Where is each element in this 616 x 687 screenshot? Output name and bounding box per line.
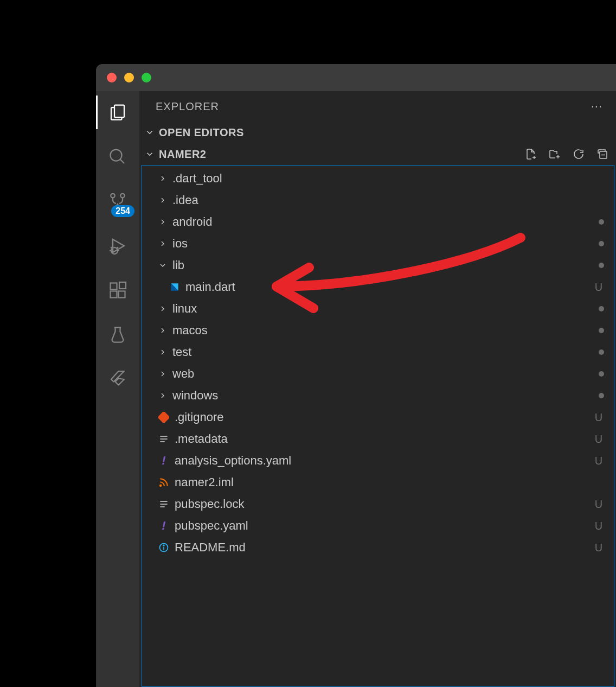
info-file-icon: [157, 542, 170, 553]
tree-item-ios[interactable]: ios: [142, 233, 614, 255]
git-status-badge: U: [593, 542, 604, 554]
tree-item--metadata[interactable]: .metadataU: [142, 428, 614, 450]
tree-item-label: test: [172, 345, 594, 359]
explorer-header: EXPLORER ···: [139, 91, 616, 122]
folder-actions: [524, 148, 609, 161]
extensions-activity-icon[interactable]: [106, 279, 129, 302]
feed-file-icon: [157, 477, 170, 488]
chevron-right-icon: [157, 370, 168, 378]
svg-point-3: [111, 194, 115, 198]
new-file-icon[interactable]: [524, 148, 537, 161]
search-activity-icon[interactable]: [106, 145, 129, 168]
git-modified-dot: [599, 393, 604, 398]
tree-item-windows[interactable]: windows: [142, 385, 614, 406]
tree-item-label: namer2.iml: [175, 475, 604, 489]
explorer-activity-icon[interactable]: [106, 101, 129, 124]
lines-file-icon: [157, 499, 170, 510]
explorer-more-icon[interactable]: ···: [587, 97, 607, 116]
tree-item-label: android: [172, 215, 594, 229]
chevron-right-icon: [157, 326, 168, 335]
svg-point-33: [163, 545, 164, 546]
chevron-right-icon: [157, 391, 168, 400]
svg-line-2: [120, 160, 125, 164]
chevron-right-icon: [157, 304, 168, 313]
refresh-icon[interactable]: [572, 148, 585, 161]
tree-item-linux[interactable]: linux: [142, 298, 614, 320]
tree-item-namer2-iml[interactable]: namer2.iml: [142, 472, 614, 493]
tree-item-label: web: [172, 367, 594, 381]
git-modified-dot: [599, 306, 604, 311]
explorer-title: EXPLORER: [156, 100, 219, 113]
svg-rect-23: [158, 412, 169, 423]
new-folder-icon[interactable]: [548, 148, 561, 161]
tree-item-label: lib: [172, 258, 594, 272]
svg-rect-15: [119, 282, 126, 289]
tree-item-readme-md[interactable]: README.mdU: [142, 537, 614, 558]
collapse-all-icon[interactable]: [596, 148, 609, 161]
svg-point-1: [111, 150, 122, 161]
lines-file-icon: [157, 434, 170, 444]
chevron-down-icon: [144, 128, 156, 137]
folder-label: NAMER2: [159, 148, 206, 161]
run-debug-activity-icon[interactable]: [106, 234, 129, 257]
svg-line-10: [111, 247, 112, 248]
tree-item-pubspec-yaml[interactable]: !pubspec.yamlU: [142, 515, 614, 537]
chevron-right-icon: [157, 196, 168, 205]
tree-item-macos[interactable]: macos: [142, 320, 614, 341]
open-editors-label: OPEN EDITORS: [159, 126, 244, 139]
tree-item-analysis-options-yaml[interactable]: !analysis_options.yamlU: [142, 450, 614, 472]
testing-activity-icon[interactable]: [106, 323, 129, 346]
tree-item-label: pubspec.lock: [175, 497, 589, 511]
chevron-right-icon: [157, 174, 168, 183]
chevron-right-icon: [157, 218, 168, 226]
tree-item-test[interactable]: test: [142, 341, 614, 363]
tree-item-label: .metadata: [175, 432, 589, 446]
tree-item-label: analysis_options.yaml: [175, 454, 589, 468]
tree-item--dart-tool[interactable]: .dart_tool: [142, 168, 614, 189]
explorer-sidebar: EXPLORER ··· OPEN EDITORS NAMER2: [139, 91, 616, 687]
window-minimize-button[interactable]: [124, 73, 134, 82]
tree-item-main-dart[interactable]: main.dartU: [142, 276, 614, 298]
yaml-file-icon: !: [157, 519, 170, 533]
tree-item-label: .dart_tool: [172, 171, 604, 186]
svg-point-27: [160, 485, 162, 487]
tree-item-android[interactable]: android: [142, 211, 614, 233]
svg-rect-0: [114, 105, 124, 118]
tree-item-label: main.dart: [185, 280, 589, 294]
source-control-activity-icon[interactable]: 254: [106, 190, 129, 213]
svg-line-11: [117, 247, 118, 248]
git-status-badge: U: [593, 498, 604, 511]
window-close-button[interactable]: [107, 73, 117, 82]
git-modified-dot: [599, 219, 604, 225]
git-status-badge: U: [593, 520, 604, 532]
tree-item--gitignore[interactable]: .gitignoreU: [142, 406, 614, 428]
tree-item-label: .idea: [172, 193, 604, 207]
chevron-down-icon: [157, 261, 168, 270]
git-file-icon: [157, 412, 170, 423]
tree-item-label: .gitignore: [175, 410, 589, 424]
git-modified-dot: [599, 371, 604, 377]
git-modified-dot: [599, 263, 604, 268]
chevron-right-icon: [157, 239, 168, 248]
open-editors-section[interactable]: OPEN EDITORS: [139, 122, 616, 143]
tree-item-web[interactable]: web: [142, 363, 614, 385]
git-status-badge: U: [593, 411, 604, 424]
git-status-badge: U: [593, 455, 604, 467]
tree-item-pubspec-lock[interactable]: pubspec.lockU: [142, 493, 614, 515]
svg-rect-14: [119, 291, 125, 298]
window-maximize-button[interactable]: [142, 73, 151, 82]
dart-file-icon: [168, 282, 181, 292]
flutter-activity-icon[interactable]: [106, 368, 129, 391]
file-tree: .dart_tool.ideaandroidioslibmain.dartUli…: [142, 165, 614, 687]
source-control-badge: 254: [111, 205, 134, 217]
git-status-badge: U: [593, 281, 604, 294]
git-modified-dot: [599, 328, 604, 333]
tree-item-label: linux: [172, 302, 594, 316]
tree-item--idea[interactable]: .idea: [142, 189, 614, 211]
tree-item-lib[interactable]: lib: [142, 255, 614, 276]
vscode-window: 254 EXPLORER ···: [96, 64, 616, 687]
chevron-right-icon: [157, 348, 168, 357]
main-area: 254 EXPLORER ···: [96, 91, 616, 687]
tree-item-label: README.md: [175, 540, 589, 555]
folder-section[interactable]: NAMER2: [139, 143, 616, 165]
